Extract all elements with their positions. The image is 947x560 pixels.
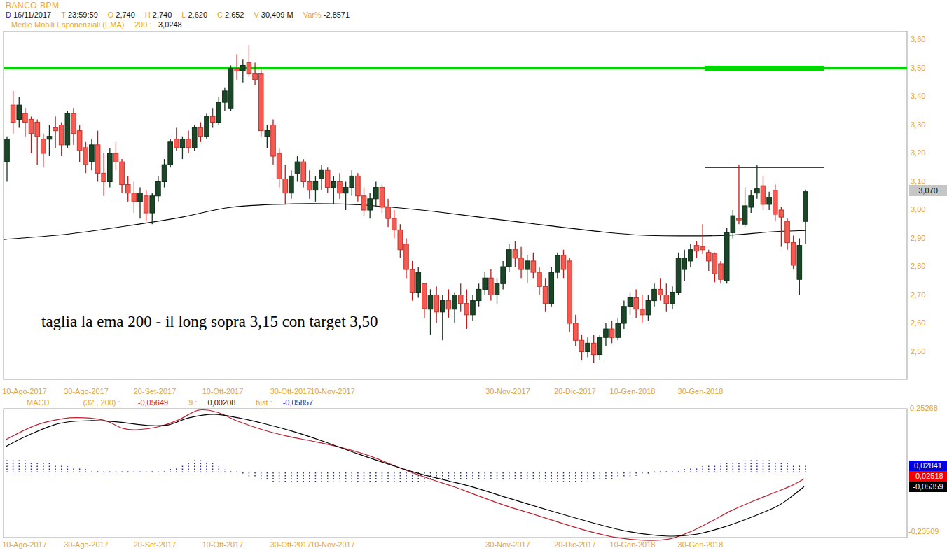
candle-body[interactable] xyxy=(41,139,46,153)
candle-body[interactable] xyxy=(440,301,445,312)
candle-body[interactable] xyxy=(228,69,233,108)
candle-body[interactable] xyxy=(519,258,524,270)
candle-body[interactable] xyxy=(331,182,336,188)
candle-body[interactable] xyxy=(785,221,790,242)
candle-body[interactable] xyxy=(71,113,76,133)
candle-body[interactable] xyxy=(525,261,530,270)
candle-body[interactable] xyxy=(597,337,602,354)
candle-body[interactable] xyxy=(446,301,451,309)
candle-body[interactable] xyxy=(11,105,15,122)
candle-body[interactable] xyxy=(749,196,754,207)
candle-body[interactable] xyxy=(773,190,777,214)
candle-body[interactable] xyxy=(700,247,705,250)
candle-body[interactable] xyxy=(65,113,70,145)
candle-body[interactable] xyxy=(767,197,772,204)
candle-body[interactable] xyxy=(168,142,173,164)
candle-body[interactable] xyxy=(476,289,481,300)
candle-body[interactable] xyxy=(83,148,88,164)
candle-body[interactable] xyxy=(265,131,270,136)
candle-body[interactable] xyxy=(755,189,760,193)
candle-body[interactable] xyxy=(471,301,476,315)
candle-body[interactable] xyxy=(380,188,385,207)
candle-body[interactable] xyxy=(410,270,415,292)
candle-body[interactable] xyxy=(549,272,554,304)
candle-body[interactable] xyxy=(253,74,258,80)
candle-body[interactable] xyxy=(90,145,95,162)
candle-body[interactable] xyxy=(634,298,639,309)
candle-body[interactable] xyxy=(791,243,796,265)
price-and-macd-canvas[interactable] xyxy=(0,0,947,560)
candle-body[interactable] xyxy=(138,193,143,202)
candle-body[interactable] xyxy=(682,258,687,270)
candle-body[interactable] xyxy=(422,284,427,309)
candle-body[interactable] xyxy=(567,261,572,323)
candle-body[interactable] xyxy=(640,309,644,315)
candle-body[interactable] xyxy=(537,272,542,286)
candle-body[interactable] xyxy=(156,182,161,196)
candle-body[interactable] xyxy=(664,295,669,304)
candle-body[interactable] xyxy=(313,182,318,190)
candle-body[interactable] xyxy=(779,210,784,217)
candle-body[interactable] xyxy=(586,343,590,351)
candle-body[interactable] xyxy=(742,206,747,224)
candle-body[interactable] xyxy=(670,292,675,303)
candle-body[interactable] xyxy=(235,69,240,71)
candle-body[interactable] xyxy=(604,329,609,337)
candle-body[interactable] xyxy=(283,178,288,192)
candle-body[interactable] xyxy=(797,246,802,280)
candle-body[interactable] xyxy=(295,162,300,173)
candle-body[interactable] xyxy=(386,207,391,218)
candle-body[interactable] xyxy=(761,186,766,204)
candle-body[interactable] xyxy=(59,125,64,145)
candle-body[interactable] xyxy=(150,196,155,213)
candle-body[interactable] xyxy=(277,153,282,178)
candle-body[interactable] xyxy=(579,340,584,351)
candle-body[interactable] xyxy=(724,232,729,281)
candle-body[interactable] xyxy=(5,139,10,162)
candle-body[interactable] xyxy=(247,62,251,74)
candle-body[interactable] xyxy=(694,246,699,251)
candle-body[interactable] xyxy=(561,255,566,270)
candle-body[interactable] xyxy=(434,295,439,312)
candle-body[interactable] xyxy=(719,264,724,279)
candle-body[interactable] xyxy=(120,162,125,184)
candle-body[interactable] xyxy=(113,153,118,162)
candle-body[interactable] xyxy=(47,136,52,139)
candle-body[interactable] xyxy=(398,230,403,249)
candle-body[interactable] xyxy=(368,199,373,210)
candle-body[interactable] xyxy=(428,295,433,309)
candle-body[interactable] xyxy=(144,196,148,213)
candle-body[interactable] xyxy=(731,216,735,232)
candle-body[interactable] xyxy=(501,267,506,284)
candle-body[interactable] xyxy=(162,164,167,181)
candle-body[interactable] xyxy=(125,185,130,193)
candle-body[interactable] xyxy=(489,278,494,295)
candle-body[interactable] xyxy=(271,125,276,157)
candle-body[interactable] xyxy=(555,255,560,272)
candle-body[interactable] xyxy=(513,250,518,258)
candle-body[interactable] xyxy=(17,105,22,119)
candle-body[interactable] xyxy=(258,74,263,131)
candle-body[interactable] xyxy=(289,176,294,192)
candle-body[interactable] xyxy=(241,65,246,71)
candle-body[interactable] xyxy=(658,289,663,295)
candle-body[interactable] xyxy=(307,182,312,190)
candle-body[interactable] xyxy=(53,128,58,131)
candle-body[interactable] xyxy=(373,188,378,199)
candle-body[interactable] xyxy=(609,329,614,337)
candle-body[interactable] xyxy=(325,170,330,187)
candle-body[interactable] xyxy=(712,254,717,274)
candle-body[interactable] xyxy=(216,102,221,122)
candle-body[interactable] xyxy=(102,173,106,181)
candle-body[interactable] xyxy=(628,298,633,307)
candle-body[interactable] xyxy=(132,193,137,202)
candle-body[interactable] xyxy=(186,139,191,148)
candle-body[interactable] xyxy=(319,170,324,178)
candle-body[interactable] xyxy=(452,295,457,309)
candle-body[interactable] xyxy=(223,91,228,102)
candle-body[interactable] xyxy=(531,261,536,272)
candle-body[interactable] xyxy=(689,250,693,261)
candle-body[interactable] xyxy=(77,131,82,150)
candle-body[interactable] xyxy=(361,196,366,210)
candle-body[interactable] xyxy=(356,176,361,195)
